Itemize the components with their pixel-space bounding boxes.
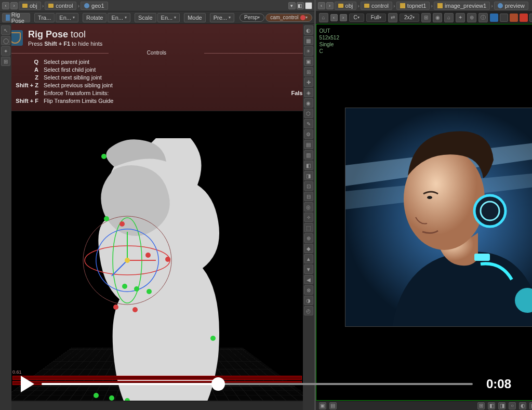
tab-enable2[interactable]: En...▾ xyxy=(108,13,130,22)
light-icon[interactable]: ☀ xyxy=(304,46,313,56)
tab-scale[interactable]: Scale xyxy=(135,13,156,22)
forward-icon[interactable]: › xyxy=(340,14,347,21)
tool-icon[interactable]: ✦ xyxy=(456,13,465,22)
page-icon[interactable] xyxy=(305,2,312,9)
tab-mode[interactable]: Mode xyxy=(184,13,206,22)
tab-enable3[interactable]: En...▾ xyxy=(157,13,180,22)
camera-select-button[interactable]: cam_control▾ xyxy=(265,14,312,22)
breadcrumb-obj[interactable]: obj xyxy=(19,2,41,10)
status-icon[interactable]: ⊞ xyxy=(477,402,485,409)
joint-handle[interactable] xyxy=(104,216,109,221)
tool-icon[interactable]: ⊗ xyxy=(304,285,313,295)
joint-handle[interactable] xyxy=(147,289,152,294)
link-icon[interactable]: ⇄ xyxy=(388,13,397,22)
tool-icon[interactable]: ✚ xyxy=(304,77,313,87)
forward-icon[interactable]: › xyxy=(326,2,334,9)
tab-preview[interactable]: Pre...▾ xyxy=(210,13,234,22)
tab-rig-pose[interactable]: Rig Pose xyxy=(2,13,30,22)
channel-select[interactable]: C ▾ xyxy=(349,14,364,22)
color-icon[interactable] xyxy=(490,14,498,22)
tool-icon[interactable]: ✎ xyxy=(304,119,313,128)
tool-icon[interactable]: ▲ xyxy=(304,254,313,263)
back-icon[interactable]: ‹ xyxy=(330,14,338,21)
breadcrumb-control[interactable]: control xyxy=(45,2,76,10)
joint-handle[interactable] xyxy=(145,253,151,258)
tool-icon[interactable]: ◴ xyxy=(304,306,313,315)
tool-icon[interactable]: ⊕ xyxy=(467,13,476,22)
tool-icon[interactable]: ⊡ xyxy=(304,181,313,191)
tool-icon[interactable] xyxy=(500,14,508,22)
info-icon[interactable]: ⓘ xyxy=(478,13,488,22)
joint-handle[interactable] xyxy=(122,284,127,289)
tool-icon[interactable]: ⌂ xyxy=(444,13,454,22)
layout-select[interactable]: 2x2 ▾ xyxy=(400,14,419,22)
tab-enable1[interactable]: En...▾ xyxy=(56,13,78,22)
wire-icon[interactable]: ▦ xyxy=(304,36,313,45)
tool-icon[interactable]: ⊕ xyxy=(304,233,313,243)
forward-icon[interactable]: › xyxy=(10,2,18,9)
tool-icon[interactable]: ◎ xyxy=(304,202,313,211)
joint-handle[interactable] xyxy=(101,154,107,159)
joint-handle[interactable] xyxy=(113,305,118,310)
status-icon[interactable]: ▦ xyxy=(529,402,532,409)
tool-icon[interactable]: ◈ xyxy=(304,88,313,97)
tool-icon[interactable]: ⊞ xyxy=(421,13,431,22)
camera-persp-button[interactable]: Persp ▾ xyxy=(240,14,264,22)
back-icon[interactable]: ‹ xyxy=(2,2,9,9)
status-icon[interactable]: ○ xyxy=(509,402,516,409)
tool-icon[interactable]: ◉ xyxy=(433,13,442,22)
seek-thumb[interactable] xyxy=(211,377,225,391)
joint-handle[interactable] xyxy=(125,398,130,401)
home-icon[interactable]: ⌂ xyxy=(319,13,328,22)
tool-icon[interactable]: ✦ xyxy=(1,46,10,56)
joint-handle[interactable] xyxy=(134,286,139,292)
tool-icon[interactable]: ▥ xyxy=(304,150,313,160)
camera-icon[interactable]: ▣ xyxy=(304,57,313,66)
tool-icon[interactable]: ⊞ xyxy=(1,57,10,66)
tool-icon[interactable]: ⊟ xyxy=(304,192,313,201)
tool-icon[interactable] xyxy=(510,14,518,22)
status-icon[interactable]: ◨ xyxy=(498,402,506,409)
window-icon[interactable]: ◧ xyxy=(297,2,304,9)
joint-handle[interactable] xyxy=(109,395,114,401)
breadcrumb-topnet[interactable]: topnet1 xyxy=(396,2,430,10)
tool-icon[interactable]: ◑ xyxy=(304,296,313,305)
size-select[interactable]: Full ▾ xyxy=(366,14,386,22)
seek-track[interactable] xyxy=(42,383,473,385)
joint-handle[interactable] xyxy=(165,257,170,262)
rotation-gizmo[interactable] xyxy=(78,211,177,310)
tool-icon[interactable]: ▤ xyxy=(304,140,313,149)
select-icon[interactable]: ↖ xyxy=(1,25,10,35)
breadcrumb-geo[interactable]: geo1 xyxy=(81,2,108,10)
tool-icon[interactable]: ✧ xyxy=(304,213,313,222)
tool-icon[interactable]: ⚙ xyxy=(304,129,313,139)
back-icon[interactable]: ‹ xyxy=(318,2,325,9)
lasso-icon[interactable]: ◯ xyxy=(1,36,10,45)
shading-icon[interactable]: ◐ xyxy=(304,25,313,35)
tool-icon[interactable]: ◉ xyxy=(304,98,313,108)
joint-handle[interactable] xyxy=(119,221,125,227)
tool-icon[interactable]: ◧ xyxy=(304,161,313,170)
tool-icon[interactable]: ◨ xyxy=(304,171,313,180)
render-view[interactable]: OUT 512x512 Single C xyxy=(316,24,532,401)
breadcrumb-control[interactable]: control xyxy=(361,2,392,10)
status-icon[interactable]: ◧ xyxy=(488,402,495,409)
breadcrumb-image-preview[interactable]: image_preview1 xyxy=(434,2,490,10)
grid-icon[interactable]: ⊞ xyxy=(304,67,313,76)
tool-icon[interactable]: ◀ xyxy=(304,275,313,284)
status-icon[interactable]: ▣ xyxy=(319,402,326,409)
joint-handle[interactable] xyxy=(132,307,138,312)
dropdown-icon[interactable]: ▾ xyxy=(288,2,296,9)
magnet-icon[interactable] xyxy=(520,14,528,22)
breadcrumb-preview[interactable]: preview xyxy=(494,2,528,10)
tool-icon[interactable]: ◆ xyxy=(304,244,313,253)
tool-icon[interactable]: ▼ xyxy=(304,264,313,274)
breadcrumb-obj[interactable]: obj xyxy=(335,2,357,10)
tab-translate[interactable]: Tra... xyxy=(34,13,55,22)
play-button[interactable] xyxy=(21,376,34,392)
tab-rotate[interactable]: Rotate xyxy=(83,13,107,22)
status-icon[interactable]: ◐ xyxy=(519,402,526,409)
tool-icon[interactable] xyxy=(529,14,532,22)
status-icon[interactable]: ▤ xyxy=(329,402,337,409)
tool-icon[interactable]: ⬚ xyxy=(304,223,313,232)
